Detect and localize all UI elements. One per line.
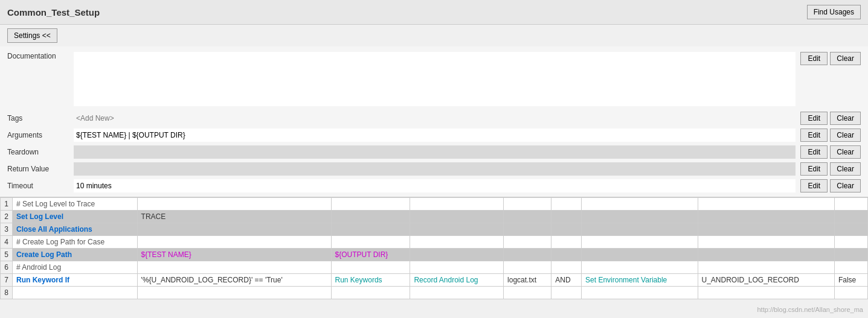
table-cell[interactable] — [582, 236, 698, 249]
tags-clear-button[interactable]: Clear — [830, 112, 861, 125]
table-cell[interactable] — [698, 261, 834, 274]
table-cell[interactable] — [834, 198, 867, 211]
return-value-input[interactable] — [74, 162, 796, 176]
arguments-content — [74, 129, 796, 142]
table-cell[interactable] — [551, 236, 582, 249]
table-cell[interactable] — [834, 236, 867, 249]
table-cell[interactable]: Set Environment Variable — [582, 274, 698, 287]
table-cell[interactable]: AND — [551, 274, 582, 287]
documentation-textarea[interactable] — [74, 52, 796, 106]
table-cell[interactable] — [504, 236, 551, 249]
documentation-edit-button[interactable]: Edit — [800, 52, 828, 65]
table-cell[interactable] — [551, 211, 582, 223]
table-cell[interactable] — [551, 287, 582, 299]
table-cell[interactable]: logcat.txt — [504, 274, 551, 287]
arguments-clear-button[interactable]: Clear — [830, 129, 861, 142]
table-cell[interactable] — [582, 223, 698, 236]
teardown-input[interactable] — [74, 145, 796, 159]
table-cell[interactable]: # Android Log — [13, 261, 138, 274]
table-cell[interactable]: ${OUTPUT DIR} — [331, 249, 410, 261]
table-cell[interactable] — [331, 223, 410, 236]
keyword-link[interactable]: Create Log Path — [16, 250, 72, 259]
table-cell[interactable] — [582, 211, 698, 223]
table-cell[interactable] — [504, 261, 551, 274]
tags-actions: Edit Clear — [800, 112, 861, 125]
keyword-link[interactable]: Set Log Level — [16, 212, 63, 221]
table-cell[interactable]: Set Log Level — [13, 211, 138, 223]
table-cell[interactable] — [834, 223, 867, 236]
table-cell[interactable] — [331, 236, 410, 249]
table-cell[interactable]: Create Log Path — [13, 249, 138, 261]
tags-input[interactable] — [74, 112, 796, 125]
documentation-clear-button[interactable]: Clear — [830, 52, 861, 65]
table-cell[interactable] — [504, 198, 551, 211]
table-cell[interactable] — [582, 287, 698, 299]
table-cell[interactable] — [331, 198, 410, 211]
table-cell[interactable] — [137, 287, 331, 299]
table-cell[interactable]: # Create Log Path for Case — [13, 236, 138, 249]
table-cell[interactable] — [331, 287, 410, 299]
timeout-input[interactable] — [74, 179, 796, 192]
return-value-edit-button[interactable]: Edit — [800, 162, 828, 176]
table-cell[interactable] — [698, 211, 834, 223]
table-cell[interactable]: Run Keyword If — [13, 274, 138, 287]
table-cell[interactable] — [834, 211, 867, 223]
table-cell[interactable] — [331, 211, 410, 223]
table-cell[interactable]: ${TEST NAME} — [137, 249, 331, 261]
table-cell[interactable] — [410, 287, 504, 299]
table-cell[interactable] — [551, 249, 582, 261]
table-cell[interactable] — [331, 261, 410, 274]
table-cell[interactable]: U_ANDROID_LOG_RECORD — [698, 274, 834, 287]
table-cell[interactable] — [13, 287, 138, 299]
table-cell[interactable]: TRACE — [137, 211, 331, 223]
table-cell[interactable]: '%{U_ANDROID_LOG_RECORD}' == 'True' — [137, 274, 331, 287]
table-cell[interactable] — [410, 236, 504, 249]
table-cell[interactable] — [698, 236, 834, 249]
table-cell[interactable] — [137, 198, 331, 211]
table-cell[interactable] — [504, 287, 551, 299]
table-cell[interactable] — [504, 223, 551, 236]
keyword-link[interactable]: Run Keyword If — [16, 276, 69, 284]
table-cell[interactable] — [410, 223, 504, 236]
table-cell[interactable] — [698, 223, 834, 236]
table-cell[interactable] — [551, 261, 582, 274]
table-cell[interactable]: # Set Log Level to Trace — [13, 198, 138, 211]
arguments-edit-button[interactable]: Edit — [800, 129, 828, 142]
teardown-actions: Edit Clear — [800, 145, 861, 159]
teardown-clear-button[interactable]: Clear — [830, 145, 861, 159]
table-cell[interactable] — [504, 211, 551, 223]
table-cell[interactable] — [410, 261, 504, 274]
table-cell[interactable] — [137, 223, 331, 236]
arguments-input[interactable] — [74, 129, 796, 142]
table-cell[interactable]: Run Keywords — [331, 274, 410, 287]
find-usages-button[interactable]: Find Usages — [807, 5, 861, 19]
table-cell[interactable] — [410, 249, 504, 261]
table-cell[interactable] — [834, 249, 867, 261]
table-cell[interactable] — [137, 261, 331, 274]
keyword-link[interactable]: Close All Applications — [16, 225, 92, 234]
teardown-edit-button[interactable]: Edit — [800, 145, 828, 159]
table-cell[interactable] — [698, 198, 834, 211]
table-cell[interactable] — [137, 236, 331, 249]
table-cell[interactable] — [551, 223, 582, 236]
table-cell[interactable] — [582, 249, 698, 261]
table-cell[interactable] — [698, 249, 834, 261]
table-cell[interactable]: False — [834, 274, 867, 287]
table-cell[interactable] — [551, 198, 582, 211]
table-cell[interactable] — [582, 198, 698, 211]
table-cell[interactable] — [834, 287, 867, 299]
table-cell[interactable] — [834, 261, 867, 274]
table-cell[interactable] — [698, 287, 834, 299]
timeout-clear-button[interactable]: Clear — [830, 179, 861, 192]
table-cell[interactable]: Record Android Log — [410, 274, 504, 287]
table-cell[interactable] — [582, 261, 698, 274]
table-row: 5Create Log Path${TEST NAME}${OUTPUT DIR… — [1, 249, 868, 261]
table-cell[interactable] — [410, 211, 504, 223]
tags-edit-button[interactable]: Edit — [800, 112, 828, 125]
timeout-edit-button[interactable]: Edit — [800, 179, 828, 192]
table-cell[interactable] — [504, 249, 551, 261]
table-cell[interactable]: Close All Applications — [13, 223, 138, 236]
table-cell[interactable] — [410, 198, 504, 211]
return-value-clear-button[interactable]: Clear — [830, 162, 861, 176]
settings-button[interactable]: Settings << — [7, 28, 57, 43]
